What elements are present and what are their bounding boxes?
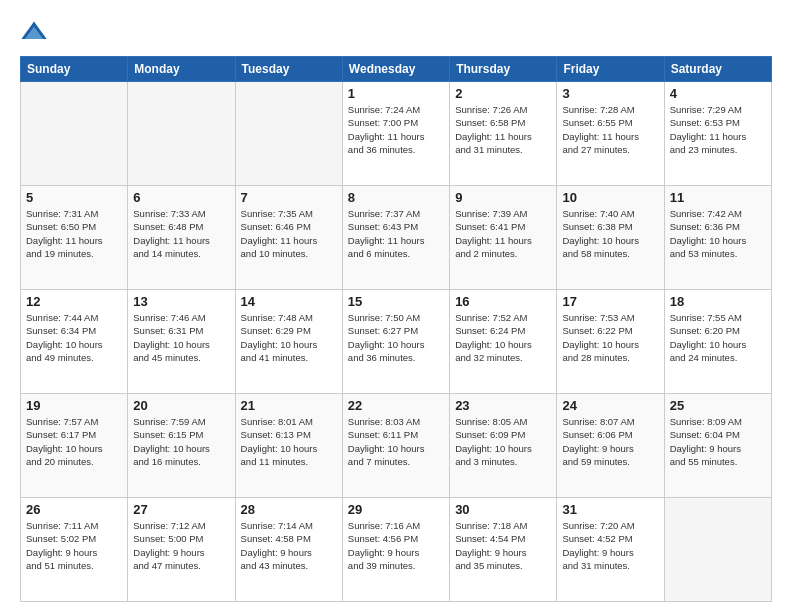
- day-number: 2: [455, 86, 551, 101]
- day-info: Sunrise: 7:44 AM Sunset: 6:34 PM Dayligh…: [26, 311, 122, 364]
- day-cell: 12Sunrise: 7:44 AM Sunset: 6:34 PM Dayli…: [21, 290, 128, 394]
- weekday-header-friday: Friday: [557, 57, 664, 82]
- day-info: Sunrise: 7:35 AM Sunset: 6:46 PM Dayligh…: [241, 207, 337, 260]
- day-info: Sunrise: 8:05 AM Sunset: 6:09 PM Dayligh…: [455, 415, 551, 468]
- day-info: Sunrise: 7:55 AM Sunset: 6:20 PM Dayligh…: [670, 311, 766, 364]
- day-number: 1: [348, 86, 444, 101]
- day-info: Sunrise: 7:42 AM Sunset: 6:36 PM Dayligh…: [670, 207, 766, 260]
- day-cell: [664, 498, 771, 602]
- day-info: Sunrise: 7:24 AM Sunset: 7:00 PM Dayligh…: [348, 103, 444, 156]
- day-cell: 31Sunrise: 7:20 AM Sunset: 4:52 PM Dayli…: [557, 498, 664, 602]
- day-info: Sunrise: 7:53 AM Sunset: 6:22 PM Dayligh…: [562, 311, 658, 364]
- day-cell: 2Sunrise: 7:26 AM Sunset: 6:58 PM Daylig…: [450, 82, 557, 186]
- day-number: 19: [26, 398, 122, 413]
- day-cell: 3Sunrise: 7:28 AM Sunset: 6:55 PM Daylig…: [557, 82, 664, 186]
- day-cell: 28Sunrise: 7:14 AM Sunset: 4:58 PM Dayli…: [235, 498, 342, 602]
- day-number: 4: [670, 86, 766, 101]
- day-number: 21: [241, 398, 337, 413]
- week-row-1: 1Sunrise: 7:24 AM Sunset: 7:00 PM Daylig…: [21, 82, 772, 186]
- day-number: 22: [348, 398, 444, 413]
- day-number: 10: [562, 190, 658, 205]
- day-info: Sunrise: 7:26 AM Sunset: 6:58 PM Dayligh…: [455, 103, 551, 156]
- day-cell: 15Sunrise: 7:50 AM Sunset: 6:27 PM Dayli…: [342, 290, 449, 394]
- day-number: 9: [455, 190, 551, 205]
- day-info: Sunrise: 7:33 AM Sunset: 6:48 PM Dayligh…: [133, 207, 229, 260]
- day-cell: 27Sunrise: 7:12 AM Sunset: 5:00 PM Dayli…: [128, 498, 235, 602]
- day-number: 28: [241, 502, 337, 517]
- day-info: Sunrise: 7:14 AM Sunset: 4:58 PM Dayligh…: [241, 519, 337, 572]
- week-row-5: 26Sunrise: 7:11 AM Sunset: 5:02 PM Dayli…: [21, 498, 772, 602]
- day-number: 16: [455, 294, 551, 309]
- day-info: Sunrise: 7:48 AM Sunset: 6:29 PM Dayligh…: [241, 311, 337, 364]
- day-cell: 8Sunrise: 7:37 AM Sunset: 6:43 PM Daylig…: [342, 186, 449, 290]
- day-info: Sunrise: 8:03 AM Sunset: 6:11 PM Dayligh…: [348, 415, 444, 468]
- day-cell: 22Sunrise: 8:03 AM Sunset: 6:11 PM Dayli…: [342, 394, 449, 498]
- day-info: Sunrise: 7:37 AM Sunset: 6:43 PM Dayligh…: [348, 207, 444, 260]
- day-info: Sunrise: 7:12 AM Sunset: 5:00 PM Dayligh…: [133, 519, 229, 572]
- day-cell: 10Sunrise: 7:40 AM Sunset: 6:38 PM Dayli…: [557, 186, 664, 290]
- day-info: Sunrise: 7:59 AM Sunset: 6:15 PM Dayligh…: [133, 415, 229, 468]
- day-info: Sunrise: 7:50 AM Sunset: 6:27 PM Dayligh…: [348, 311, 444, 364]
- day-cell: [128, 82, 235, 186]
- day-cell: 13Sunrise: 7:46 AM Sunset: 6:31 PM Dayli…: [128, 290, 235, 394]
- day-number: 20: [133, 398, 229, 413]
- day-number: 30: [455, 502, 551, 517]
- day-cell: 7Sunrise: 7:35 AM Sunset: 6:46 PM Daylig…: [235, 186, 342, 290]
- day-cell: 29Sunrise: 7:16 AM Sunset: 4:56 PM Dayli…: [342, 498, 449, 602]
- day-cell: [21, 82, 128, 186]
- weekday-header-monday: Monday: [128, 57, 235, 82]
- day-number: 15: [348, 294, 444, 309]
- day-number: 18: [670, 294, 766, 309]
- day-cell: 4Sunrise: 7:29 AM Sunset: 6:53 PM Daylig…: [664, 82, 771, 186]
- calendar-table: SundayMondayTuesdayWednesdayThursdayFrid…: [20, 56, 772, 602]
- day-cell: 23Sunrise: 8:05 AM Sunset: 6:09 PM Dayli…: [450, 394, 557, 498]
- day-number: 26: [26, 502, 122, 517]
- week-row-3: 12Sunrise: 7:44 AM Sunset: 6:34 PM Dayli…: [21, 290, 772, 394]
- day-cell: 30Sunrise: 7:18 AM Sunset: 4:54 PM Dayli…: [450, 498, 557, 602]
- day-info: Sunrise: 7:31 AM Sunset: 6:50 PM Dayligh…: [26, 207, 122, 260]
- day-cell: 1Sunrise: 7:24 AM Sunset: 7:00 PM Daylig…: [342, 82, 449, 186]
- calendar-body: 1Sunrise: 7:24 AM Sunset: 7:00 PM Daylig…: [21, 82, 772, 602]
- day-number: 7: [241, 190, 337, 205]
- day-number: 11: [670, 190, 766, 205]
- day-number: 14: [241, 294, 337, 309]
- page: SundayMondayTuesdayWednesdayThursdayFrid…: [0, 0, 792, 612]
- day-number: 17: [562, 294, 658, 309]
- day-info: Sunrise: 7:57 AM Sunset: 6:17 PM Dayligh…: [26, 415, 122, 468]
- day-info: Sunrise: 7:39 AM Sunset: 6:41 PM Dayligh…: [455, 207, 551, 260]
- day-cell: 21Sunrise: 8:01 AM Sunset: 6:13 PM Dayli…: [235, 394, 342, 498]
- day-cell: 18Sunrise: 7:55 AM Sunset: 6:20 PM Dayli…: [664, 290, 771, 394]
- day-number: 29: [348, 502, 444, 517]
- day-number: 23: [455, 398, 551, 413]
- day-number: 27: [133, 502, 229, 517]
- logo-icon: [20, 18, 48, 46]
- weekday-header-wednesday: Wednesday: [342, 57, 449, 82]
- day-info: Sunrise: 7:52 AM Sunset: 6:24 PM Dayligh…: [455, 311, 551, 364]
- header: [20, 18, 772, 46]
- calendar-header: SundayMondayTuesdayWednesdayThursdayFrid…: [21, 57, 772, 82]
- day-cell: 24Sunrise: 8:07 AM Sunset: 6:06 PM Dayli…: [557, 394, 664, 498]
- day-info: Sunrise: 8:07 AM Sunset: 6:06 PM Dayligh…: [562, 415, 658, 468]
- day-number: 31: [562, 502, 658, 517]
- day-info: Sunrise: 7:29 AM Sunset: 6:53 PM Dayligh…: [670, 103, 766, 156]
- day-cell: 16Sunrise: 7:52 AM Sunset: 6:24 PM Dayli…: [450, 290, 557, 394]
- day-cell: 17Sunrise: 7:53 AM Sunset: 6:22 PM Dayli…: [557, 290, 664, 394]
- day-info: Sunrise: 7:11 AM Sunset: 5:02 PM Dayligh…: [26, 519, 122, 572]
- weekday-header-thursday: Thursday: [450, 57, 557, 82]
- day-number: 6: [133, 190, 229, 205]
- day-cell: 14Sunrise: 7:48 AM Sunset: 6:29 PM Dayli…: [235, 290, 342, 394]
- day-info: Sunrise: 7:40 AM Sunset: 6:38 PM Dayligh…: [562, 207, 658, 260]
- day-cell: 25Sunrise: 8:09 AM Sunset: 6:04 PM Dayli…: [664, 394, 771, 498]
- weekday-header-tuesday: Tuesday: [235, 57, 342, 82]
- day-info: Sunrise: 7:28 AM Sunset: 6:55 PM Dayligh…: [562, 103, 658, 156]
- day-info: Sunrise: 7:18 AM Sunset: 4:54 PM Dayligh…: [455, 519, 551, 572]
- day-info: Sunrise: 7:16 AM Sunset: 4:56 PM Dayligh…: [348, 519, 444, 572]
- week-row-2: 5Sunrise: 7:31 AM Sunset: 6:50 PM Daylig…: [21, 186, 772, 290]
- day-number: 24: [562, 398, 658, 413]
- day-info: Sunrise: 8:01 AM Sunset: 6:13 PM Dayligh…: [241, 415, 337, 468]
- day-cell: 5Sunrise: 7:31 AM Sunset: 6:50 PM Daylig…: [21, 186, 128, 290]
- day-cell: 20Sunrise: 7:59 AM Sunset: 6:15 PM Dayli…: [128, 394, 235, 498]
- day-cell: 26Sunrise: 7:11 AM Sunset: 5:02 PM Dayli…: [21, 498, 128, 602]
- day-number: 25: [670, 398, 766, 413]
- day-info: Sunrise: 8:09 AM Sunset: 6:04 PM Dayligh…: [670, 415, 766, 468]
